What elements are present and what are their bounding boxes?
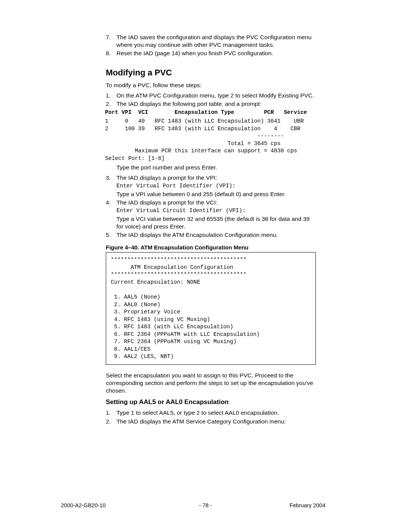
list-text: On the ATM PVC Configuration menu, type …	[116, 92, 316, 100]
list-text: Reset the IAD (page 14) when you finish …	[116, 50, 316, 57]
step-tail: Type the port number and press Enter.	[116, 164, 316, 171]
inline-code: 2	[231, 93, 234, 99]
sub-heading: Setting up AAL5 or AAL0 Encapsulation	[106, 398, 316, 406]
list-item: 5. The IAD displays the ATM Encapsulatio…	[106, 231, 316, 239]
code-line: Enter Virtual Circuit Identifier (VPI):	[116, 207, 316, 214]
inline-code: 1	[131, 410, 134, 416]
list-text: The IAD displays the following port tabl…	[116, 100, 316, 108]
list-number: 4.	[106, 199, 116, 230]
list-item: 8. Reset the IAD (page 14) when you fini…	[106, 50, 316, 57]
list-item: 7. The IAD saves the configuration and d…	[106, 34, 316, 49]
list-item: 2. The IAD displays the ATM Service Cate…	[106, 418, 316, 425]
code-line: Enter Virtual Port Identifier (VPI):	[116, 182, 316, 190]
list-text: The IAD displays a prompt for the VCI:	[116, 199, 316, 206]
list-body: The IAD displays a prompt for the VCI: E…	[116, 199, 316, 230]
list-item: 3. The IAD displays a prompt for the VPI…	[106, 174, 316, 198]
text-suffix: to select Modify Existing PVC.	[234, 92, 314, 99]
paragraph: Select the encapsulation you want to ass…	[106, 372, 316, 395]
list-number: 3.	[106, 174, 116, 198]
section-lead: To modify a PVC, follow these steps:	[106, 81, 316, 89]
text-mid: to select AAL5, or type	[134, 409, 197, 416]
list-number: 5.	[106, 231, 116, 239]
list-number: 7.	[106, 34, 116, 49]
text-prefix: On the ATM PVC Configuration menu, type	[116, 92, 231, 99]
list-number: 1.	[106, 409, 116, 417]
list-number: 1.	[106, 92, 116, 100]
list-text: The IAD displays the ATM Service Categor…	[116, 418, 316, 425]
footer-page-number: - 78 -	[199, 502, 212, 508]
list-text: Type 1 to select AAL5, or type 2 to sele…	[116, 409, 316, 417]
figure-box: ****************************************…	[106, 252, 316, 365]
footer-left: 2000-A2-GB20-10	[61, 502, 106, 508]
list-text: The IAD displays a prompt for the VPI:	[116, 174, 316, 182]
text-prefix: Type	[116, 409, 131, 416]
port-table-header: Port VPI VCI Encapsulation Type PCR Serv…	[105, 109, 316, 117]
list-number: 2.	[106, 418, 116, 425]
list-item: 4. The IAD displays a prompt for the VCI…	[106, 199, 316, 230]
step-tail: Type a VPI value between 0 and 255 (defa…	[116, 190, 316, 198]
list-item: 1. On the ATM PVC Configuration menu, ty…	[106, 92, 316, 100]
footer-right: February 2004	[290, 502, 325, 508]
inline-code: 2	[196, 410, 200, 416]
list-item: 2. The IAD displays the following port t…	[106, 100, 316, 108]
list-item: 1. Type 1 to select AAL5, or type 2 to s…	[106, 409, 316, 417]
list-text: The IAD saves the configuration and disp…	[116, 34, 316, 49]
port-table-body: 1 0 40 RFC 1483 (with LLC Encapsulation)…	[105, 118, 316, 162]
list-number: 2.	[106, 100, 116, 108]
list-number: 8.	[106, 50, 116, 57]
figure-caption: Figure 4–40. ATM Encapsulation Configura…	[106, 244, 316, 251]
page-footer: 2000-A2-GB20-10 - 78 - February 2004	[0, 502, 411, 508]
step-tail: Type a VCI value between 32 and 65535 (t…	[116, 215, 316, 230]
section-heading: Modifying a PVC	[106, 68, 316, 78]
list-body: The IAD displays a prompt for the VPI: E…	[116, 174, 316, 198]
text-suffix: to select AAL0 encapsulation.	[200, 409, 279, 416]
list-text: The IAD displays the ATM Encapsulation C…	[116, 231, 316, 239]
